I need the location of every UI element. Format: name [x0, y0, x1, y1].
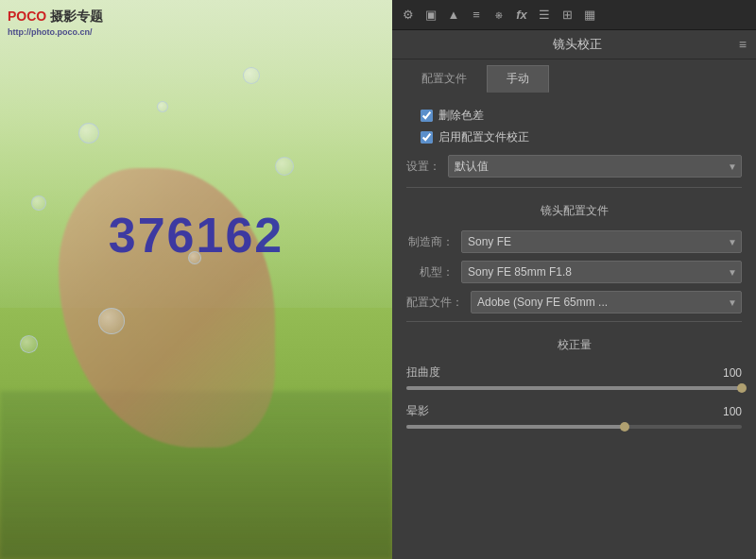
manufacturer-label: 制造商：	[406, 234, 454, 250]
tool-fx-icon[interactable]: fx	[513, 7, 530, 24]
distortion-label: 扭曲度	[406, 364, 440, 381]
settings-dropdown[interactable]: 默认值	[448, 155, 742, 178]
vignette-fill	[406, 425, 625, 429]
lens-profile-section-header: 镜头配置文件	[406, 199, 742, 223]
right-panel: ⚙ ▣ ▲ ≡ ⎈ fx ☰ ⊞ ▦ 镜头校正 ≡ 配置文件 手动 删除色差 启…	[392, 0, 756, 559]
vignette-slider-row: 晕影 100	[406, 403, 742, 429]
profile-file-label: 配置文件：	[406, 295, 463, 311]
correction-section-header: 校正量	[406, 333, 742, 357]
divider-1	[406, 187, 742, 188]
manufacturer-dropdown-wrapper: Sony FE ▼	[461, 230, 742, 253]
distortion-thumb[interactable]	[737, 383, 747, 393]
brand-name: POCO 摄影专题	[8, 8, 103, 26]
remove-chromatic-checkbox[interactable]	[421, 110, 433, 122]
tool-hsl-icon[interactable]: ⎈	[490, 7, 507, 24]
panel-title: 镜头校正	[417, 36, 739, 53]
distortion-slider-row: 扭曲度 100	[406, 364, 742, 390]
settings-row: 设置： 默认值 ▼	[406, 155, 742, 178]
manufacturer-dropdown[interactable]: Sony FE	[461, 230, 742, 253]
tool-detail-icon[interactable]: ≡	[468, 7, 485, 24]
panel-menu-icon[interactable]: ≡	[739, 37, 747, 52]
model-dropdown-wrapper: Sony FE 85mm F1.8 ▼	[461, 261, 742, 283]
toolbar: ⚙ ▣ ▲ ≡ ⎈ fx ☰ ⊞ ▦	[392, 0, 756, 30]
vignette-value: 100	[713, 405, 742, 418]
distortion-slider-header: 扭曲度 100	[406, 364, 742, 381]
vignette-slider-header: 晕影 100	[406, 403, 742, 419]
bubble-8	[20, 335, 38, 353]
watermark: POCO 摄影专题 http://photo.poco.cn/	[8, 8, 103, 38]
tab-manual[interactable]: 手动	[487, 65, 549, 93]
panel-header: 镜头校正 ≡	[392, 30, 756, 59]
distortion-fill	[406, 386, 742, 390]
model-dropdown[interactable]: Sony FE 85mm F1.8	[461, 261, 742, 283]
tool-histogram-icon[interactable]: ▣	[422, 7, 439, 24]
settings-dropdown-wrapper: 默认值 ▼	[448, 155, 742, 178]
vignette-track	[406, 425, 742, 429]
profile-file-dropdown[interactable]: Adobe (Sony FE 65mm ...	[471, 291, 742, 313]
vignette-label: 晕影	[406, 403, 429, 419]
enable-profile-label: 启用配置文件校正	[438, 129, 529, 145]
tool-lens-icon[interactable]: ▦	[581, 7, 598, 24]
profile-file-dropdown-wrapper: Adobe (Sony FE 65mm ... ▼	[471, 291, 742, 313]
photo-panel: POCO 摄影专题 http://photo.poco.cn/ 376162	[0, 0, 392, 559]
tool-crop-icon[interactable]: ⊞	[558, 7, 576, 24]
settings-label: 设置：	[406, 159, 440, 175]
distortion-value: 100	[713, 366, 742, 380]
model-row: 机型： Sony FE 85mm F1.8 ▼	[406, 261, 742, 283]
checkbox-row-1: 删除色差	[406, 108, 742, 124]
tool-curve-icon[interactable]: ▲	[445, 7, 462, 24]
bubble-6	[98, 308, 125, 334]
profile-file-row: 配置文件： Adobe (Sony FE 65mm ... ▼	[406, 291, 742, 313]
checkbox-row-2: 启用配置文件校正	[406, 129, 742, 145]
distortion-track	[406, 386, 742, 390]
panel-content: 删除色差 启用配置文件校正 设置： 默认值 ▼ 镜头配置文件 制造商： Sony	[392, 93, 756, 559]
brand-url: http://photo.poco.cn/	[8, 26, 103, 39]
tool-calibration-icon[interactable]: ☰	[536, 7, 553, 24]
tab-profile[interactable]: 配置文件	[402, 65, 487, 93]
divider-2	[406, 321, 742, 322]
tool-settings-icon[interactable]: ⚙	[400, 7, 417, 24]
tab-bar: 配置文件 手动	[392, 59, 756, 93]
manufacturer-row: 制造商： Sony FE ▼	[406, 230, 742, 253]
model-label: 机型：	[406, 264, 454, 280]
remove-chromatic-label: 删除色差	[438, 108, 484, 124]
bubble-7	[157, 101, 168, 112]
bubble-5	[275, 157, 294, 176]
enable-profile-checkbox[interactable]	[421, 131, 433, 144]
vignette-thumb[interactable]	[620, 422, 629, 432]
